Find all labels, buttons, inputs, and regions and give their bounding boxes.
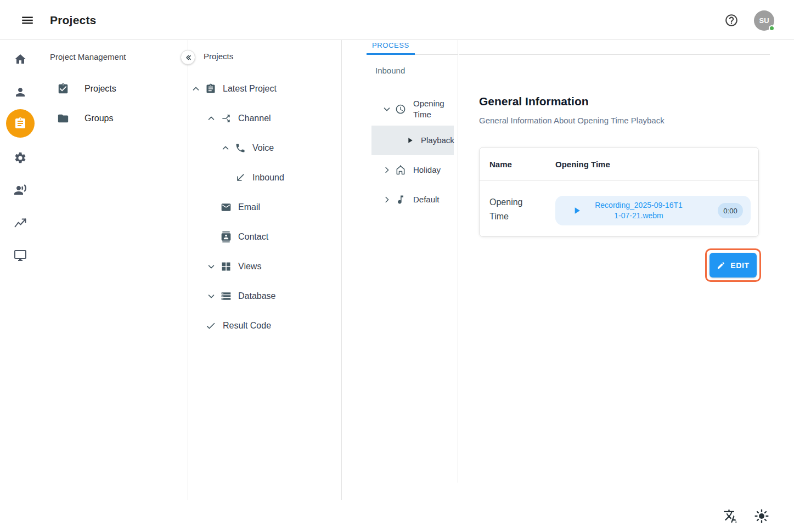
contact-card-icon (221, 231, 232, 242)
icon-rail (0, 40, 40, 532)
tab-row-divider (459, 40, 770, 55)
rail-analytics-icon[interactable] (0, 210, 40, 236)
edit-button-label: EDIT (730, 261, 749, 270)
process-panel: PROCESS Inbound Opening Time Playback Ho… (342, 40, 458, 483)
translate-icon[interactable] (723, 508, 739, 524)
rail-projects-icon[interactable] (0, 110, 40, 137)
rail-voice-agent-icon[interactable] (0, 177, 40, 203)
card-header-row: Name Opening Time (480, 148, 758, 181)
edit-button-highlight-ring: EDIT (705, 248, 761, 282)
tree-item-inbound[interactable]: Inbound (188, 163, 341, 193)
pencil-icon (717, 261, 725, 270)
envelope-icon (221, 202, 232, 213)
process-section-label: Inbound (375, 66, 405, 75)
avatar-initials: SU (759, 16, 769, 25)
tree-item-label: Inbound (252, 173, 284, 183)
process-item-label: Opening Time (413, 98, 449, 120)
online-status-dot (769, 25, 775, 31)
hamburger-menu-icon[interactable] (20, 13, 35, 27)
process-tabs: PROCESS (367, 40, 458, 55)
music-note-icon (395, 194, 406, 205)
tree-item-label: Contact (238, 232, 268, 242)
process-item-playback[interactable]: Playback (371, 126, 454, 155)
tree-panel-title: Projects (204, 52, 233, 61)
collapse-panel-button[interactable] (181, 50, 195, 65)
nav-section-title: Project Management (50, 52, 126, 61)
sidebar-item-label: Groups (85, 114, 113, 123)
general-information-card: Name Opening Time Opening Time Recording… (479, 147, 759, 237)
process-item-label: Playback (421, 135, 454, 146)
chevron-double-left-icon (184, 53, 193, 62)
process-item-holiday[interactable]: Holiday (342, 155, 458, 185)
tree-item-label: Views (238, 262, 261, 271)
rail-settings-icon[interactable] (0, 145, 40, 171)
process-item-label: Default (413, 194, 440, 205)
call-received-icon (235, 172, 246, 183)
top-bar: Projects SU (0, 0, 794, 40)
phone-icon (235, 143, 246, 154)
avatar[interactable]: SU (754, 10, 774, 31)
project-management-nav: Project Management Projects Groups (40, 40, 188, 500)
audio-player: Recording_2025-09-16T11-07-21.webm 0:00 (555, 196, 751, 225)
tree-item-views[interactable]: Views (188, 252, 341, 281)
tree-item-result-code[interactable]: Result Code (188, 311, 341, 341)
tree-item-label: Database (238, 291, 276, 301)
content-title: General Information (479, 95, 589, 108)
database-icon (221, 291, 232, 302)
main-content: General Information General Information … (459, 40, 794, 532)
clipboard-icon (205, 83, 216, 94)
tree-item-database[interactable]: Database (188, 281, 341, 311)
process-item-opening-time[interactable]: Opening Time (342, 93, 458, 126)
column-header-name: Name (489, 148, 512, 181)
column-header-opening-time: Opening Time (555, 148, 610, 181)
tree-item-voice[interactable]: Voice (188, 133, 341, 163)
tree-item-email[interactable]: Email (188, 193, 341, 222)
sidebar-item-projects[interactable]: Projects (40, 74, 188, 104)
rail-users-icon[interactable] (0, 79, 40, 105)
duration-badge: 0:00 (718, 203, 743, 218)
chevron-right-icon[interactable] (382, 195, 392, 205)
rail-home-icon[interactable] (0, 46, 40, 72)
tree-item-label: Voice (252, 143, 274, 153)
clipboard-check-icon (57, 83, 69, 95)
grid-icon (221, 261, 232, 272)
process-item-default[interactable]: Default (342, 185, 458, 214)
play-button[interactable] (571, 205, 583, 217)
chevron-up-icon[interactable] (191, 84, 201, 94)
chevron-down-icon[interactable] (206, 262, 216, 271)
chevron-right-icon[interactable] (382, 165, 392, 175)
app-window: Projects SU (0, 0, 794, 532)
edit-button[interactable]: EDIT (709, 253, 757, 278)
rail-monitor-icon[interactable] (0, 242, 40, 269)
recording-file-link[interactable]: Recording_2025-09-16T11-07-21.webm (595, 200, 683, 221)
sidebar-item-label: Projects (85, 84, 116, 94)
chevron-up-icon[interactable] (221, 143, 230, 153)
tree-item-channel[interactable]: Channel (188, 104, 341, 133)
folder-icon (57, 112, 69, 124)
chevron-down-icon[interactable] (206, 291, 216, 301)
tree-item-contact[interactable]: Contact (188, 222, 341, 252)
chevron-up-icon[interactable] (206, 114, 216, 123)
clock-icon (395, 104, 406, 115)
checkmark-icon (205, 320, 216, 331)
content-subtitle: General Information About Opening Time P… (479, 116, 665, 125)
tree-item-label: Email (238, 202, 260, 212)
chevron-down-icon[interactable] (382, 104, 392, 114)
brightness-icon[interactable] (754, 508, 769, 524)
tree-item-label: Channel (238, 114, 271, 123)
row-label-opening-time: Opening Time (489, 181, 536, 237)
sidebar-item-groups[interactable]: Groups (40, 104, 188, 133)
holiday-home-icon (395, 165, 406, 176)
tree-item-label: Result Code (223, 321, 271, 331)
tree-item-label: Latest Project (223, 84, 277, 94)
project-tree-panel: Projects Latest Project Channel Voice In… (188, 40, 342, 500)
process-item-label: Holiday (413, 165, 441, 176)
play-icon (404, 135, 415, 146)
help-icon[interactable] (724, 13, 739, 27)
tree-item-latest-project[interactable]: Latest Project (188, 74, 341, 104)
project-tree: Latest Project Channel Voice Inbound Ema… (188, 74, 341, 341)
channel-split-icon (221, 113, 232, 124)
active-rail-highlight (6, 109, 35, 138)
page-title: Projects (50, 0, 96, 40)
